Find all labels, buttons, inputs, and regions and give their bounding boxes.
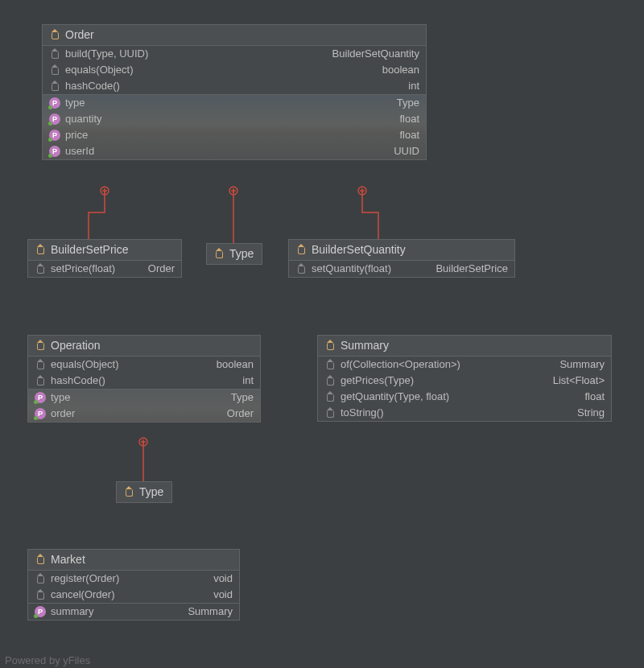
class-order[interactable]: Order build(Type, UUID) BuilderSetQuanti…	[42, 24, 427, 160]
java-method-icon	[49, 80, 60, 92]
java-method-icon	[324, 375, 336, 386]
property-row: P type Type	[43, 95, 426, 111]
method-name: setPrice(float)	[51, 262, 115, 274]
class-title: BuilderSetPrice	[28, 240, 181, 261]
property-icon: P	[49, 97, 60, 109]
property-name: quantity	[65, 113, 102, 125]
property-name: userId	[65, 145, 94, 157]
property-icon: P	[35, 392, 46, 403]
property-row: P order Order	[28, 406, 260, 422]
footer-credit: Powered by yFiles	[5, 654, 90, 666]
java-method-icon	[295, 263, 307, 274]
method-name: cancel(Order)	[51, 588, 114, 600]
method-type: BuilderSetPrice	[436, 262, 508, 274]
property-type: Type	[231, 391, 254, 403]
property-type: Summary	[188, 605, 233, 617]
class-title: Type	[117, 482, 171, 502]
method-name: hashCode()	[51, 374, 105, 386]
class-title: Order	[43, 25, 426, 46]
class-title: Type	[207, 244, 262, 264]
property-name: order	[51, 407, 75, 419]
class-market[interactable]: Market register(Order) void cancel(Order…	[27, 549, 240, 621]
method-row: toString() String	[318, 405, 611, 421]
method-name: toString()	[341, 406, 383, 419]
property-name: price	[65, 129, 88, 141]
method-row: equals(Object) boolean	[43, 62, 426, 78]
method-name: register(Order)	[51, 572, 119, 584]
method-type: int	[408, 80, 419, 92]
property-row: P summary Summary	[28, 604, 239, 620]
method-type: Order	[148, 262, 175, 274]
java-method-icon	[35, 375, 46, 386]
java-class-icon	[49, 29, 60, 40]
method-row: getQuantity(Type, float) float	[318, 389, 611, 405]
property-type: Type	[397, 97, 419, 109]
property-name: summary	[51, 605, 93, 617]
property-icon: P	[35, 606, 46, 617]
class-title: Operation	[28, 336, 260, 357]
class-title: Summary	[318, 336, 611, 357]
method-type: boolean	[382, 64, 419, 76]
property-icon: P	[49, 113, 60, 125]
property-row: P price float	[43, 127, 426, 143]
method-name: getPrices(Type)	[341, 374, 414, 386]
method-name: getQuantity(Type, float)	[341, 390, 449, 402]
class-title: BuilderSetQuantity	[289, 240, 514, 261]
method-type: List<Float>	[553, 374, 605, 386]
method-name: setQuantity(float)	[312, 262, 391, 274]
java-method-icon	[324, 407, 336, 419]
method-type: void	[213, 588, 233, 600]
method-type: int	[242, 374, 254, 386]
java-class-icon	[123, 486, 134, 497]
method-name: equals(Object)	[51, 358, 119, 370]
method-name: equals(Object)	[65, 64, 134, 76]
class-name: Type	[139, 485, 163, 498]
class-summary[interactable]: Summary of(Collection<Operation>) Summar…	[317, 335, 612, 422]
method-row: register(Order) void	[28, 571, 239, 587]
class-type-operation[interactable]: Type	[116, 481, 172, 503]
method-type: Summary	[559, 358, 605, 370]
java-class-icon	[35, 554, 46, 565]
java-method-icon	[324, 391, 336, 402]
java-method-icon	[35, 359, 46, 370]
class-builder-set-quantity[interactable]: BuilderSetQuantity setQuantity(float) Bu…	[288, 239, 515, 278]
class-name: Type	[229, 247, 254, 260]
java-class-icon	[295, 244, 307, 255]
class-name: Order	[65, 28, 94, 41]
method-row: of(Collection<Operation>) Summary	[318, 357, 611, 373]
class-type-order[interactable]: Type	[206, 243, 262, 265]
property-type: float	[399, 113, 419, 125]
class-builder-set-price[interactable]: BuilderSetPrice setPrice(float) Order	[27, 239, 182, 278]
class-name: BuilderSetPrice	[51, 243, 129, 256]
property-name: type	[51, 391, 71, 403]
property-type: Order	[227, 407, 254, 419]
java-method-icon	[35, 573, 46, 584]
java-method-icon	[35, 263, 46, 274]
java-method-icon	[35, 589, 46, 600]
java-class-icon	[35, 244, 46, 255]
java-class-icon	[35, 340, 46, 351]
class-name: Summary	[341, 339, 389, 352]
method-row: hashCode() int	[28, 373, 260, 389]
method-type: void	[213, 572, 233, 584]
method-type: boolean	[217, 358, 254, 370]
method-name: of(Collection<Operation>)	[341, 358, 460, 370]
method-row: setPrice(float) Order	[28, 261, 181, 277]
class-title: Market	[28, 550, 239, 571]
method-name: hashCode()	[65, 80, 120, 92]
class-operation[interactable]: Operation equals(Object) boolean hashCod…	[27, 335, 261, 423]
property-type: float	[399, 129, 419, 141]
property-icon: P	[49, 146, 60, 157]
java-method-icon	[324, 359, 336, 370]
class-name: BuilderSetQuantity	[312, 243, 406, 256]
java-class-icon	[213, 248, 225, 259]
method-name: build(Type, UUID)	[65, 47, 148, 60]
method-type: String	[577, 406, 605, 419]
method-row: equals(Object) boolean	[28, 357, 260, 373]
java-method-icon	[49, 64, 60, 76]
property-icon: P	[49, 130, 60, 141]
property-name: type	[65, 97, 85, 109]
method-row: build(Type, UUID) BuilderSetQuantity	[43, 46, 426, 62]
java-method-icon	[49, 48, 60, 60]
property-row: P userId UUID	[43, 143, 426, 159]
